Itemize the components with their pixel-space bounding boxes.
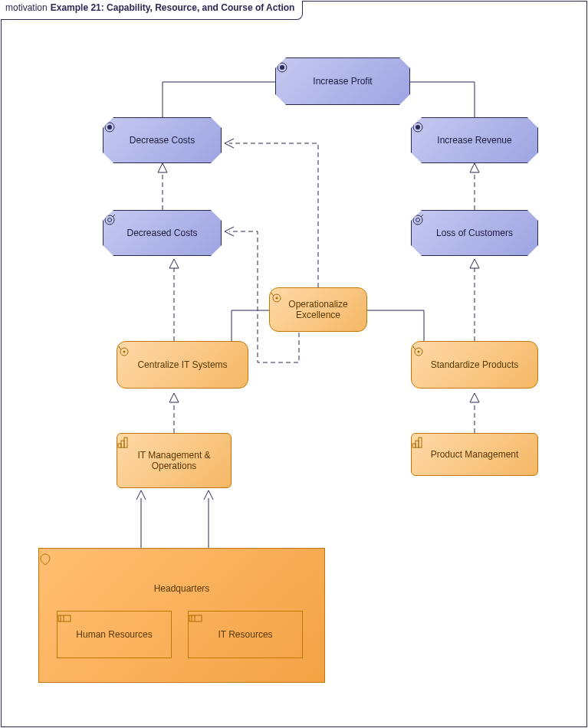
svg-rect-21	[412, 444, 416, 448]
capability-icon	[117, 437, 130, 449]
location-icon	[39, 553, 51, 566]
arrow-opex-decreased	[225, 227, 234, 236]
outcome-loss-of-customers[interactable]: Loss of Customers	[411, 210, 538, 256]
capability-label: IT Management & Operations	[120, 450, 228, 471]
resource-it-resources[interactable]: IT Resources	[188, 611, 303, 658]
resource-human-resources[interactable]: Human Resources	[57, 611, 172, 658]
svg-point-9	[413, 215, 422, 225]
capability-it-mgmt-ops[interactable]: IT Management & Operations	[117, 433, 232, 488]
outcome-icon	[412, 214, 424, 226]
edge-opex-to-centralize	[232, 310, 269, 341]
outcome-decreased-costs[interactable]: Decreased Costs	[103, 210, 222, 256]
tri-centralize	[169, 259, 179, 268]
outcome-label: Decreased Costs	[126, 228, 197, 238]
outcome-icon	[103, 214, 116, 226]
svg-point-5	[416, 125, 420, 130]
course-operationalize-excellence[interactable]: Operationalize Excellence	[269, 287, 367, 332]
goal-label: Decrease Costs	[130, 135, 195, 146]
outcome-label: Loss of Customers	[436, 228, 513, 238]
svg-rect-22	[416, 441, 419, 448]
arrow-opex-decrease	[225, 139, 234, 148]
capability-label: Product Management	[431, 449, 519, 460]
arrow-itres	[204, 490, 213, 500]
edge-opex-to-standardize	[367, 310, 424, 341]
tri-standardize	[470, 259, 479, 268]
capability-product-mgmt[interactable]: Product Management	[411, 433, 538, 476]
goal-label: Increase Revenue	[437, 135, 511, 146]
edge-profit-to-decrease	[163, 82, 275, 117]
svg-rect-23	[419, 438, 422, 448]
svg-point-16	[415, 348, 422, 356]
arrow-hr	[136, 490, 146, 500]
goal-label: Increase Profit	[313, 76, 372, 87]
resource-icon	[189, 615, 202, 622]
resource-icon	[57, 615, 71, 622]
svg-rect-18	[118, 444, 121, 448]
course-centralize-it[interactable]: Centralize IT Systems	[117, 341, 248, 389]
svg-point-14	[120, 348, 128, 356]
svg-point-6	[105, 215, 114, 225]
diagram-type-label: motivation	[5, 2, 48, 13]
svg-line-11	[421, 215, 423, 217]
tri-loss-customers	[470, 163, 479, 172]
goal-icon	[276, 61, 288, 74]
course-label: Centralize IT Systems	[137, 359, 227, 370]
svg-point-4	[413, 123, 422, 132]
svg-rect-27	[189, 615, 202, 621]
svg-rect-19	[121, 441, 124, 448]
goal-decrease-costs[interactable]: Decrease Costs	[103, 117, 222, 163]
edge-opex-to-decrease-costs	[229, 143, 318, 287]
svg-rect-24	[58, 615, 71, 621]
resource-label: Human Resources	[76, 629, 152, 640]
tri-decreased-costs	[158, 163, 167, 172]
svg-point-0	[278, 63, 287, 72]
svg-point-2	[105, 123, 114, 132]
diagram-title: Example 21: Capability, Resource, and Co…	[51, 2, 295, 13]
goal-icon	[103, 121, 116, 133]
location-label: Headquarters	[140, 583, 224, 594]
goal-icon	[412, 121, 424, 133]
resource-label: IT Resources	[218, 629, 272, 640]
edge-profit-to-revenue	[410, 82, 475, 117]
svg-point-15	[123, 351, 126, 353]
course-label: Standardize Products	[431, 359, 519, 370]
tri-itmgmt	[169, 393, 179, 402]
svg-point-1	[280, 65, 284, 70]
goal-increase-profit[interactable]: Increase Profit	[275, 57, 410, 105]
course-icon	[412, 345, 424, 357]
tri-prodmgmt	[470, 393, 479, 402]
capability-icon	[412, 437, 424, 449]
svg-line-8	[113, 215, 115, 217]
diagram-frame: motivationExample 21: Capability, Resour…	[1, 1, 587, 727]
goal-increase-revenue[interactable]: Increase Revenue	[411, 117, 538, 163]
svg-point-3	[107, 125, 112, 130]
svg-point-10	[416, 218, 420, 222]
svg-point-17	[418, 351, 420, 353]
course-standardize-products[interactable]: Standardize Products	[411, 341, 538, 389]
diagram-title-tab: motivationExample 21: Capability, Resour…	[1, 1, 303, 20]
svg-point-7	[108, 218, 112, 222]
svg-rect-20	[124, 438, 127, 448]
course-label: Operationalize Excellence	[273, 299, 363, 320]
course-icon	[117, 345, 130, 357]
